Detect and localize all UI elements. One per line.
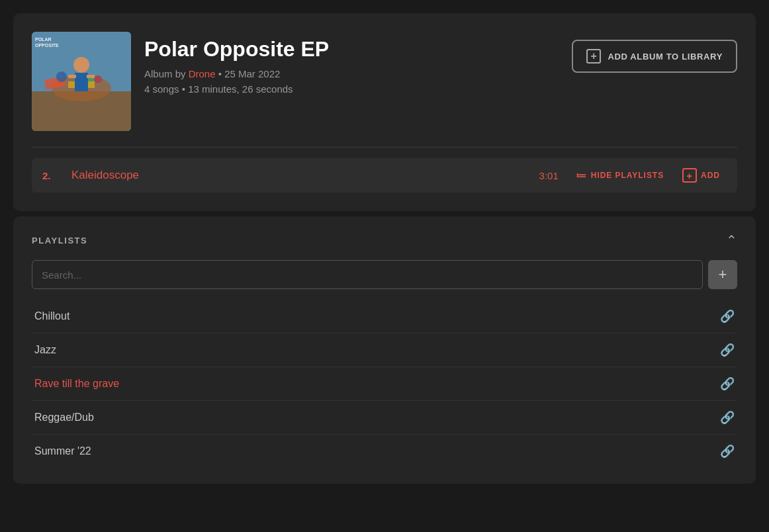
playlist-link-icon: 🔗: [720, 309, 735, 324]
playlists-header: PLAYLISTS ⌃: [32, 232, 737, 248]
album-title: Polar Opposite EP: [144, 37, 559, 62]
album-header: POLAR OPPOSITE Polar Opposite EP Album b…: [32, 32, 737, 131]
playlist-item-name: Summer '22: [34, 445, 91, 457]
playlist-item-name: Chillout: [34, 310, 69, 322]
chevron-up-icon: ⌃: [726, 232, 737, 248]
hide-playlists-icon: ≔: [576, 169, 587, 182]
svg-text:POLAR: POLAR: [35, 37, 52, 42]
add-library-icon: +: [586, 49, 601, 64]
track-number: 2.: [42, 170, 61, 181]
playlist-item[interactable]: Jazz🔗: [32, 333, 737, 367]
album-meta: Album by Drone • 25 Mar 2022: [144, 68, 559, 79]
playlist-item-name: Jazz: [34, 344, 56, 356]
search-row: +: [32, 260, 737, 289]
add-album-to-library-button[interactable]: + ADD ALBUM TO LIBRARY: [572, 40, 737, 73]
playlist-search-add-button[interactable]: +: [708, 260, 737, 289]
playlist-link-icon: 🔗: [720, 343, 735, 357]
svg-rect-9: [75, 73, 88, 91]
playlist-link-icon: 🔗: [720, 444, 735, 459]
divider: [32, 147, 737, 148]
playlist-item[interactable]: Summer '22🔗: [32, 435, 737, 468]
album-header-right: + ADD ALBUM TO LIBRARY: [572, 32, 737, 73]
playlist-item[interactable]: Chillout🔗: [32, 300, 737, 333]
svg-rect-10: [68, 75, 76, 78]
album-date: 25 Mar 2022: [224, 68, 280, 79]
album-info: Polar Opposite EP Album by Drone • 25 Ma…: [144, 32, 559, 95]
album-stats: 4 songs • 13 minutes, 26 seconds: [144, 83, 559, 95]
add-track-icon: +: [682, 168, 697, 183]
svg-point-6: [56, 71, 67, 82]
playlist-search-input[interactable]: [32, 260, 703, 289]
hide-playlists-button[interactable]: ≔ HIDE PLAYLISTS: [569, 165, 670, 186]
add-track-button[interactable]: + ADD: [676, 164, 727, 187]
playlist-list: Chillout🔗Jazz🔗Rave till the grave🔗Reggae…: [32, 300, 737, 468]
svg-point-7: [94, 75, 102, 83]
playlists-section: PLAYLISTS ⌃ + Chillout🔗Jazz🔗Rave till th…: [13, 216, 756, 484]
track-duration: 3:01: [525, 170, 559, 181]
app-container: POLAR OPPOSITE Polar Opposite EP Album b…: [13, 13, 756, 484]
artist-link[interactable]: Drone: [189, 68, 216, 79]
collapse-playlists-button[interactable]: ⌃: [726, 232, 737, 248]
playlist-link-icon: 🔗: [720, 377, 735, 391]
playlist-item[interactable]: Reggae/Dub🔗: [32, 401, 737, 435]
svg-rect-11: [87, 75, 95, 78]
plus-icon: +: [719, 266, 727, 283]
playlists-title: PLAYLISTS: [32, 236, 87, 245]
album-section: POLAR OPPOSITE Polar Opposite EP Album b…: [13, 13, 756, 211]
album-art: POLAR OPPOSITE: [32, 32, 131, 131]
track-name[interactable]: Kaleidoscope: [71, 169, 515, 182]
playlist-item-name: Reggae/Dub: [34, 412, 94, 423]
playlist-item-name: Rave till the grave: [34, 378, 119, 390]
svg-text:OPPOSITE: OPPOSITE: [35, 43, 59, 48]
playlist-item[interactable]: Rave till the grave🔗: [32, 367, 737, 401]
playlist-link-icon: 🔗: [720, 410, 735, 425]
track-row: 2. Kaleidoscope 3:01 ≔ HIDE PLAYLISTS + …: [32, 158, 737, 193]
svg-point-8: [73, 57, 89, 73]
track-actions: ≔ HIDE PLAYLISTS + ADD: [569, 164, 727, 187]
